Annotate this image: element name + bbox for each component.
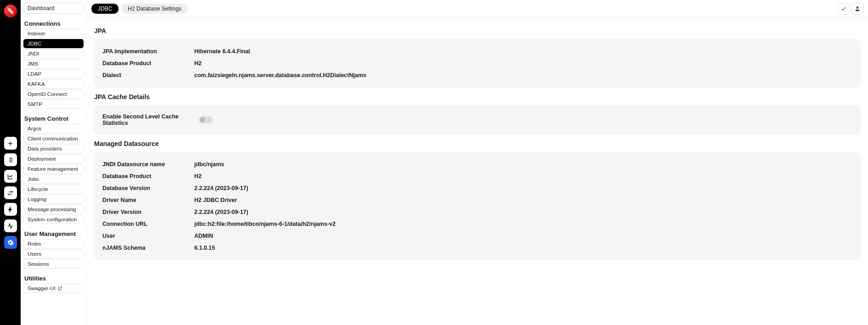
sidebar-item-label: KAFKA bbox=[28, 81, 45, 87]
row-value: 6.1.0.15 bbox=[194, 245, 852, 251]
sidebar-item-jndi[interactable]: JNDI bbox=[23, 49, 84, 58]
sidebar-item-message-processing[interactable]: Message processing bbox=[23, 205, 84, 214]
sidebar-heading: Connections bbox=[23, 18, 84, 29]
sidebar-dashboard[interactable]: Dashboard bbox=[23, 3, 84, 14]
sidebar-item-label: Sessions bbox=[28, 261, 49, 267]
sidebar-item-label: Message processing bbox=[28, 207, 76, 212]
cache-toggle-label: Enable Second Level Cache Statistics bbox=[102, 113, 199, 126]
info-row: JPA ImplementationHibernate 6.4.4.Final bbox=[102, 45, 852, 57]
row-value: 2.2.224 (2023-09-17) bbox=[194, 209, 852, 215]
row-label: Database Product bbox=[102, 60, 194, 67]
sidebar-item-indexer[interactable]: Indexer bbox=[23, 29, 84, 38]
info-row: UserADMIN bbox=[102, 230, 852, 242]
sidebar-item-swagger-ui[interactable]: Swagger-UI bbox=[23, 284, 84, 293]
sidebar-item-logging[interactable]: Logging bbox=[23, 195, 84, 204]
sidebar-item-label: JDBC bbox=[28, 41, 41, 46]
row-label: Driver Name bbox=[102, 197, 194, 203]
row-value: H2 JDBC Driver bbox=[194, 197, 852, 203]
rail-bolt-icon[interactable] bbox=[4, 203, 17, 216]
sidebar-item-client-communication[interactable]: Client communication bbox=[23, 134, 84, 143]
row-label: nJAMS Schema bbox=[102, 245, 194, 251]
info-row: Driver NameH2 JDBC Driver bbox=[102, 194, 852, 206]
cache-panel: Enable Second Level Cache Statistics bbox=[94, 105, 861, 134]
sidebar-item-label: Client communication bbox=[28, 136, 78, 141]
row-value: ADMIN bbox=[194, 233, 852, 239]
main: JDBCH2 Database Settings JPA JPA Impleme… bbox=[87, 0, 868, 325]
sidebar-item-feature-management[interactable]: Feature management bbox=[23, 164, 84, 174]
sidebar-item-label: SMTP bbox=[28, 101, 42, 107]
sidebar-item-label: Lifecycle bbox=[28, 186, 48, 192]
app-logo-icon[interactable] bbox=[4, 5, 17, 17]
row-value: jdbc:h2:file:/home/tibco/njams-6-1/data/… bbox=[194, 221, 852, 227]
sidebar-item-label: JMS bbox=[28, 61, 38, 67]
sidebar-item-sessions[interactable]: Sessions bbox=[23, 259, 84, 269]
sidebar-item-ldap[interactable]: LDAP bbox=[23, 69, 84, 78]
sidebar-item-label: Users bbox=[28, 251, 41, 257]
cache-heading: JPA Cache Details bbox=[94, 93, 861, 101]
sidebar-item-label: Jobs bbox=[28, 176, 39, 182]
row-value: jdbc/njams bbox=[194, 161, 852, 168]
cache-toggle[interactable] bbox=[199, 116, 213, 123]
sidebar-item-jms[interactable]: JMS bbox=[23, 59, 84, 68]
tab-h2-database-settings[interactable]: H2 Database Settings bbox=[121, 4, 188, 14]
row-value: H2 bbox=[194, 60, 852, 67]
row-label: Dialect bbox=[102, 72, 194, 78]
info-row: Database ProductH2 bbox=[102, 170, 852, 182]
sidebar-item-lifecycle[interactable]: Lifecycle bbox=[23, 185, 84, 194]
rail-list-icon[interactable] bbox=[4, 153, 17, 166]
rail-settings-icon[interactable] bbox=[4, 236, 17, 249]
sidebar-item-deployment[interactable]: Deployment bbox=[23, 154, 84, 163]
content: JPA JPA ImplementationHibernate 6.4.4.Fi… bbox=[87, 18, 868, 325]
sidebar-item-label: Argos bbox=[28, 126, 41, 131]
sidebar-item-label: Indexer bbox=[28, 31, 45, 36]
sidebar-item-label: Data providers bbox=[28, 146, 62, 151]
tabs: JDBCH2 Database Settings bbox=[91, 4, 188, 14]
row-value: Hibernate 6.4.4.Final bbox=[194, 48, 852, 55]
sidebar-item-data-providers[interactable]: Data providers bbox=[23, 144, 84, 153]
user-button[interactable] bbox=[851, 3, 863, 15]
sidebar-item-jobs[interactable]: Jobs bbox=[23, 174, 84, 184]
sidebar-item-label: OpenID Connect bbox=[28, 91, 67, 97]
check-button[interactable] bbox=[838, 3, 850, 15]
jpa-panel: JPA ImplementationHibernate 6.4.4.FinalD… bbox=[94, 39, 861, 88]
row-label: JPA Implementation bbox=[102, 48, 194, 55]
sidebar-item-argos[interactable]: Argos bbox=[23, 124, 84, 133]
info-row: Database ProductH2 bbox=[102, 57, 852, 69]
sidebar-item-system-configuration[interactable]: System configuration bbox=[23, 215, 84, 224]
row-value: com.faizsiegeln.njams.server.database.co… bbox=[194, 72, 852, 78]
sidebar-item-label: Logging bbox=[28, 196, 46, 202]
sidebar-item-label: Swagger-UI bbox=[28, 286, 56, 291]
ds-panel: JNDI Datasource namejdbc/njamsDatabase P… bbox=[94, 152, 861, 260]
sidebar-item-label: JNDI bbox=[28, 51, 39, 56]
row-label: Connection URL bbox=[102, 221, 194, 227]
rail-chart-icon[interactable] bbox=[4, 170, 17, 183]
sidebar-item-jdbc[interactable]: JDBC bbox=[23, 39, 84, 48]
sidebar-item-roles[interactable]: Roles bbox=[23, 239, 84, 248]
row-value: H2 bbox=[194, 173, 852, 179]
topbar: JDBCH2 Database Settings bbox=[87, 0, 868, 18]
sidebar-item-label: Feature management bbox=[28, 166, 78, 172]
row-label: JNDI Datasource name bbox=[102, 161, 194, 168]
tab-jdbc[interactable]: JDBC bbox=[91, 4, 118, 14]
rail-transfer-icon[interactable] bbox=[4, 186, 17, 199]
sidebar-heading: User Management bbox=[23, 229, 84, 239]
svg-point-0 bbox=[857, 6, 859, 9]
sidebar-item-users[interactable]: Users bbox=[23, 249, 84, 258]
row-value: 2.2.224 (2023-09-17) bbox=[194, 185, 852, 191]
sidebar-item-label: LDAP bbox=[28, 71, 41, 77]
info-row: Connection URLjdbc:h2:file:/home/tibco/n… bbox=[102, 218, 852, 230]
row-label: User bbox=[102, 233, 194, 239]
ds-heading: Managed Datasource bbox=[94, 140, 861, 147]
sidebar-item-smtp[interactable]: SMTP bbox=[23, 100, 84, 109]
sidebar-item-kafka[interactable]: KAFKA bbox=[23, 79, 84, 89]
icon-rail bbox=[0, 0, 21, 325]
rail-plus-icon[interactable] bbox=[4, 137, 17, 150]
sidebar-heading: System Control bbox=[23, 113, 84, 124]
info-row: JNDI Datasource namejdbc/njams bbox=[102, 158, 852, 170]
rail-activity-icon[interactable] bbox=[4, 219, 17, 232]
sidebar: Dashboard ConnectionsIndexerJDBCJNDIJMSL… bbox=[21, 0, 87, 325]
info-row: nJAMS Schema6.1.0.15 bbox=[102, 242, 852, 254]
sidebar-item-openid-connect[interactable]: OpenID Connect bbox=[23, 90, 84, 99]
sidebar-item-label: Deployment bbox=[28, 156, 56, 162]
row-label: Database Product bbox=[102, 173, 194, 179]
